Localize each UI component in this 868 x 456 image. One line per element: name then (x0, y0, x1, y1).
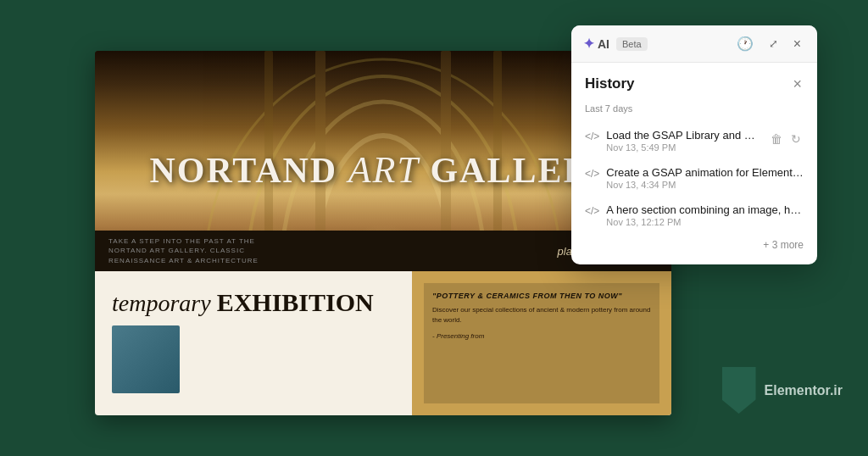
refresh-icon: ↻ (791, 132, 801, 146)
pottery-description: Discover our special collections of anci… (432, 305, 651, 325)
ai-label: AI (598, 37, 609, 51)
elementor-brand: Elementor.ir (722, 367, 843, 414)
ai-panel-header: ✦ AI Beta 🕐 ⤢ × (571, 25, 817, 63)
exhibition-italic: temporary (112, 290, 211, 316)
pottery-card: "POTTERY & CERAMICS FROM THEN TO NOW" Di… (424, 283, 659, 403)
history-item-date: Nov 13, 4:34 PM (606, 180, 804, 190)
history-item-title: Load the GSAP Library and ScrollT... (606, 129, 761, 142)
history-item[interactable]: </> Load the GSAP Library and ScrollT...… (585, 122, 804, 159)
history-more: + 3 more (585, 234, 804, 253)
exhibition-image (112, 325, 180, 393)
code-icon: </> (585, 168, 599, 180)
history-item[interactable]: </> A hero section combining an image, h… (585, 197, 804, 234)
exhibition-bold: EXHIBITION (217, 288, 374, 316)
pottery-credit: - Presenting from (432, 332, 651, 340)
history-item-content: Load the GSAP Library and ScrollT... Nov… (606, 129, 761, 153)
close-panel-button[interactable]: × (789, 35, 805, 53)
gallery-title: NORTAND art GALLERY (149, 131, 616, 192)
resize-button[interactable]: ⤢ (765, 36, 782, 52)
history-period: Last 7 days (585, 103, 804, 114)
pottery-section: "POTTERY & CERAMICS FROM THEN TO NOW" Di… (412, 271, 671, 415)
exhibition-section: temporary EXHIBITION (95, 271, 412, 415)
refresh-button[interactable]: ↻ (788, 131, 804, 147)
history-item[interactable]: </> Create a GSAP animation for Elemento… (585, 159, 804, 197)
history-header-row: History × (585, 75, 804, 93)
history-item-title: Create a GSAP animation for Elementor th… (606, 166, 804, 179)
history-panel: History × Last 7 days </> Load the GSAP … (571, 63, 817, 264)
gallery-lower-section: temporary EXHIBITION "POTTERY & CERAMICS… (95, 271, 671, 415)
exhibition-title: temporary EXHIBITION (112, 288, 395, 317)
code-icon: </> (585, 131, 599, 142)
history-item-content: Create a GSAP animation for Elementor th… (606, 166, 804, 190)
sparkle-icon: ✦ (583, 36, 594, 52)
ai-panel: ✦ AI Beta 🕐 ⤢ × History × Last 7 days </… (571, 25, 817, 264)
history-item-date: Nov 13, 12:12 PM (606, 217, 804, 227)
history-item-date: Nov 13, 5:49 PM (606, 142, 761, 153)
delete-button[interactable]: 🗑 (768, 131, 785, 147)
history-item-title: A hero section combining an image, headi… (606, 203, 804, 216)
history-title: History (585, 75, 635, 92)
pottery-title: "POTTERY & CERAMICS FROM THEN TO NOW" (432, 292, 651, 300)
trash-icon: 🗑 (771, 132, 782, 146)
history-close-icon: × (793, 75, 802, 92)
resize-icon: ⤢ (769, 37, 778, 50)
ai-icon-group: ✦ AI (583, 36, 609, 52)
history-item-actions: 🗑 ↻ (768, 131, 804, 147)
elementor-icon (722, 367, 756, 414)
clock-icon: 🕐 (737, 36, 754, 52)
code-icon: </> (585, 205, 599, 217)
gallery-title-text: NORTAND art GALLERY (149, 148, 616, 192)
elementor-text: Elementor.ir (765, 383, 843, 398)
beta-badge: Beta (616, 37, 648, 51)
history-close-button[interactable]: × (791, 75, 804, 93)
history-item-content: A hero section combining an image, headi… (606, 203, 804, 227)
close-icon: × (793, 36, 801, 52)
gallery-tagline: TAKE A STEP INTO THE PAST AT THE NORTAND… (108, 236, 278, 265)
history-icon-button[interactable]: 🕐 (732, 34, 758, 53)
more-history-button[interactable]: + 3 more (763, 239, 804, 251)
